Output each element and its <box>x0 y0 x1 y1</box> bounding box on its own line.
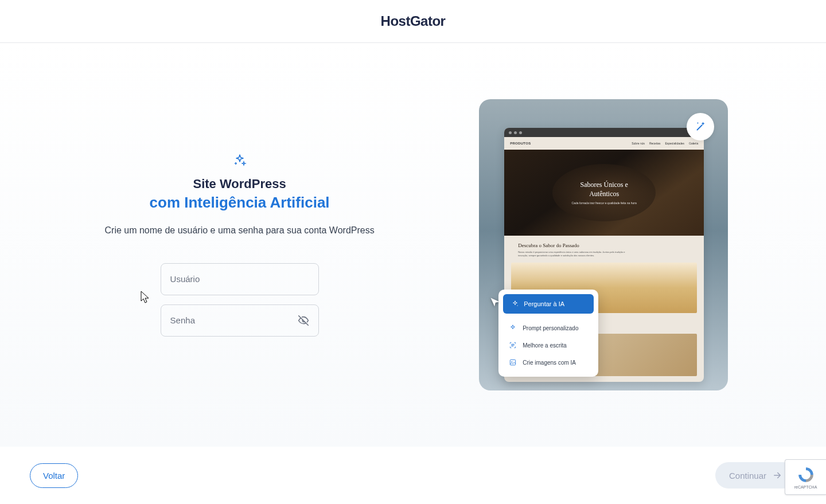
window-dot <box>519 131 522 134</box>
credentials-form <box>161 263 319 337</box>
recaptcha-label: reCAPTCHA <box>794 485 817 489</box>
password-wrap <box>161 304 319 337</box>
ai-popup-item-improve[interactable]: Melhore a escrita <box>498 337 598 354</box>
content-section-1: Descubra o Sabor do Passado Nossa missão… <box>504 236 704 263</box>
back-button[interactable]: Voltar <box>30 463 78 488</box>
ai-popup-header-label: Perguntar à IA <box>524 300 564 307</box>
title-line-2: com Inteligência Artificial <box>150 194 330 212</box>
subtitle: Crie um nome de usuário e uma senha para… <box>105 225 375 236</box>
toggle-password-visibility[interactable] <box>295 312 311 329</box>
site-nav-items: Sobre nós Receitas Especialidades Galeri… <box>632 142 698 145</box>
nav-item: Especialidades <box>665 142 684 145</box>
form-column: Site WordPress com Inteligência Artifici… <box>0 43 479 447</box>
recaptcha-icon <box>797 466 815 484</box>
scan-text-icon <box>509 341 517 349</box>
logo: HostGator <box>381 13 446 29</box>
sparkle-icon <box>509 324 517 332</box>
title-line-1: Site WordPress <box>193 177 286 192</box>
ai-badge <box>687 113 714 140</box>
ai-popup-item-label: Melhore a escrita <box>523 342 567 349</box>
image-sparkle-icon <box>509 358 517 366</box>
browser-titlebar <box>504 128 704 137</box>
continue-button[interactable]: Continuar <box>715 462 796 489</box>
ai-popup-header[interactable]: Perguntar à IA <box>503 294 594 314</box>
ai-popup-item-images[interactable]: Crie imagens com IA <box>498 354 598 371</box>
username-wrap <box>161 263 319 295</box>
nav-item: Galeria <box>689 142 698 145</box>
arrow-right-icon <box>772 470 782 480</box>
window-dot <box>514 131 517 134</box>
hero-subtitle: Cada fornada traz frescor e qualidade fe… <box>572 201 637 205</box>
cursor-arrow-icon <box>489 296 501 310</box>
window-dot <box>509 131 512 134</box>
footer: Voltar Continuar <box>0 447 826 504</box>
eye-off-icon <box>297 314 310 327</box>
hero-title: Sabores Únicos e Autênticos <box>580 181 628 198</box>
ai-popup-list: Prompt personalizado Melhore a escrita <box>498 317 598 377</box>
header: HostGator <box>0 0 826 43</box>
main: Site WordPress com Inteligência Artifici… <box>0 43 826 447</box>
ai-popup: Perguntar à IA Prompt personalizado Melh… <box>498 290 598 377</box>
magic-wand-icon <box>694 120 707 133</box>
svg-point-1 <box>512 361 513 362</box>
site-brand: PRODUTOS <box>510 142 531 145</box>
content-text: Nossa missão é proporcionar uma experiên… <box>518 251 627 258</box>
password-input[interactable] <box>161 305 318 336</box>
hero-section: Sabores Únicos e Autênticos Cada fornada… <box>504 150 704 236</box>
recaptcha-badge[interactable]: reCAPTCHA <box>785 459 826 495</box>
username-input[interactable] <box>161 264 318 295</box>
ai-popup-item-label: Crie imagens com IA <box>523 360 576 366</box>
content-title: Descubra o Sabor do Passado <box>518 243 690 248</box>
continue-label: Continuar <box>729 471 766 480</box>
site-nav: PRODUTOS Sobre nós Receitas Especialidad… <box>504 137 704 150</box>
nav-item: Receitas <box>649 142 660 145</box>
ai-popup-item-label: Prompt personalizado <box>523 325 578 331</box>
nav-item: Sobre nós <box>632 142 645 145</box>
sparkle-icon <box>233 154 247 170</box>
preview-card: PRODUTOS Sobre nós Receitas Especialidad… <box>479 99 728 390</box>
ai-popup-item-prompt[interactable]: Prompt personalizado <box>498 319 598 337</box>
preview-column: PRODUTOS Sobre nós Receitas Especialidad… <box>479 43 826 447</box>
svg-rect-0 <box>511 360 516 365</box>
sparkle-icon <box>511 300 519 308</box>
